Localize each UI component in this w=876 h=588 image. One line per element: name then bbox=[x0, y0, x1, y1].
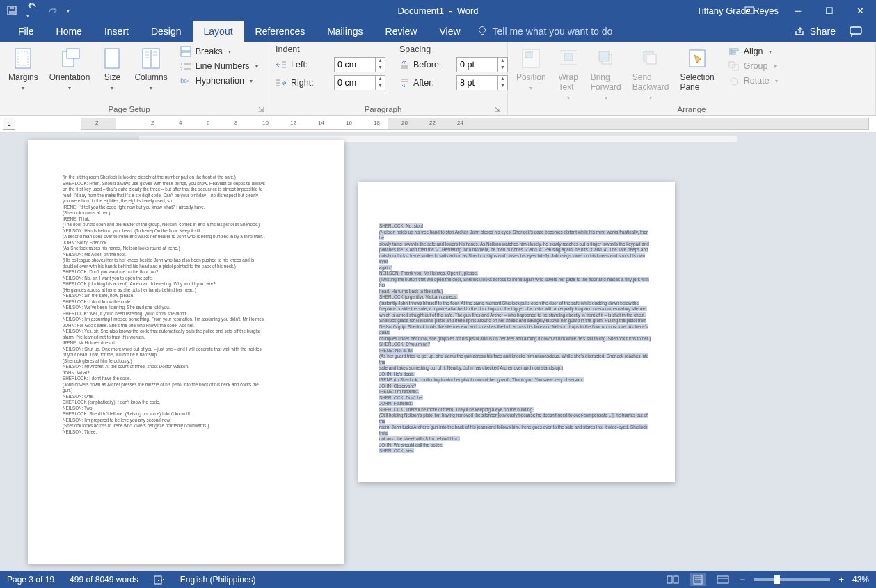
selection-pane-button[interactable]: Selection Pane bbox=[676, 45, 718, 95]
rotate-label: Rotate bbox=[744, 76, 770, 86]
svg-rect-35 bbox=[525, 52, 532, 58]
indent-left-input[interactable] bbox=[335, 58, 375, 72]
align-button[interactable]: Align▾ bbox=[726, 45, 781, 58]
spin-down[interactable]: ▼ bbox=[376, 83, 385, 90]
tell-me[interactable]: Tell me what you want to do bbox=[477, 21, 613, 42]
svg-rect-55 bbox=[717, 576, 728, 583]
hyphenation-button[interactable]: bca-Hyphenation▾ bbox=[177, 74, 261, 88]
svg-rect-50 bbox=[667, 576, 672, 583]
tab-design[interactable]: Design bbox=[140, 21, 193, 42]
print-layout-button[interactable] bbox=[690, 573, 706, 586]
breaks-button[interactable]: Breaks▾ bbox=[177, 45, 261, 58]
document-title: Document1 - Word bbox=[397, 6, 478, 16]
web-layout-button[interactable] bbox=[715, 573, 731, 586]
redo-icon[interactable] bbox=[47, 6, 57, 15]
wrap-text-button[interactable]: Wrap Text▾ bbox=[553, 45, 584, 104]
position-button[interactable]: Position▾ bbox=[512, 45, 550, 94]
page-2[interactable]: SHERLOCK: No, stop!(Neilson holds up his… bbox=[358, 182, 675, 482]
svg-rect-36 bbox=[564, 54, 573, 61]
size-button[interactable]: Size▾ bbox=[97, 45, 127, 94]
line-numbers-label: Line Numbers bbox=[196, 61, 250, 71]
spacing-before-spinner[interactable]: ▲▼ bbox=[456, 57, 508, 72]
tab-review[interactable]: Review bbox=[374, 21, 429, 42]
language-indicator[interactable]: English (Philippines) bbox=[180, 575, 256, 585]
tab-selector[interactable]: L bbox=[3, 118, 15, 130]
save-icon[interactable] bbox=[7, 6, 17, 15]
size-label: Size bbox=[104, 72, 120, 82]
hyphenation-icon: bca- bbox=[180, 75, 191, 86]
undo-icon[interactable]: ▾ bbox=[26, 1, 38, 19]
proofing-icon[interactable] bbox=[154, 575, 165, 585]
rotate-button[interactable]: Rotate▾ bbox=[726, 74, 781, 88]
spin-up[interactable]: ▲ bbox=[376, 58, 385, 65]
close-button[interactable]: ✕ bbox=[845, 0, 876, 21]
tab-references[interactable]: References bbox=[244, 21, 317, 42]
paragraph-label: Paragraph bbox=[276, 105, 491, 113]
spin-up[interactable]: ▲ bbox=[498, 76, 507, 83]
spacing-before-label: Before: bbox=[413, 60, 452, 70]
svg-rect-1 bbox=[9, 11, 15, 14]
group-button[interactable]: Group▾ bbox=[726, 59, 781, 73]
document-area[interactable]: (In the sitting room Sherlock is looking… bbox=[0, 133, 876, 571]
page-indicator[interactable]: Page 3 of 19 bbox=[7, 575, 54, 585]
svg-rect-45 bbox=[731, 49, 738, 51]
page-setup-launcher[interactable]: ⇲ bbox=[258, 106, 266, 113]
selection-pane-label: Selection Pane bbox=[680, 72, 714, 92]
selection-pane-icon bbox=[686, 47, 708, 70]
zoom-out-button[interactable]: − bbox=[740, 573, 746, 585]
horizontal-ruler[interactable]: 224681012141618202224 bbox=[81, 118, 869, 130]
share-button[interactable]: Share bbox=[795, 26, 836, 37]
zoom-level[interactable]: 43% bbox=[852, 575, 869, 585]
group-label: Group bbox=[744, 61, 768, 71]
qat-customize-icon[interactable]: ▾ bbox=[67, 8, 70, 14]
indent-left-spinner[interactable]: ▲▼ bbox=[334, 57, 385, 72]
spacing-after-row: After: ▲▼ bbox=[399, 74, 508, 92]
zoom-in-button[interactable]: + bbox=[838, 574, 844, 585]
group-icon bbox=[728, 61, 740, 72]
ribbon-display-options-icon[interactable] bbox=[744, 6, 754, 15]
line-numbers-button[interactable]: 12Line Numbers▾ bbox=[177, 59, 261, 73]
orientation-label: Orientation bbox=[49, 72, 90, 82]
spin-down[interactable]: ▼ bbox=[376, 65, 385, 72]
zoom-slider[interactable] bbox=[754, 578, 830, 581]
tab-file[interactable]: File bbox=[7, 21, 45, 42]
spacing-after-input[interactable] bbox=[457, 76, 497, 90]
send-backward-button[interactable]: Send Backward▾ bbox=[628, 45, 674, 104]
indent-right-input[interactable] bbox=[335, 76, 375, 90]
arrange-label: Arrange bbox=[678, 105, 706, 113]
svg-text:1: 1 bbox=[180, 62, 183, 66]
margins-button[interactable]: Margins▾ bbox=[4, 45, 42, 94]
svg-rect-40 bbox=[599, 51, 609, 61]
tab-view[interactable]: View bbox=[428, 21, 471, 42]
minimize-button[interactable]: ─ bbox=[782, 0, 813, 21]
maximize-button[interactable]: ☐ bbox=[813, 0, 845, 21]
svg-rect-19 bbox=[181, 52, 191, 56]
indent-right-row: Right: ▲▼ bbox=[276, 74, 385, 92]
svg-rect-42 bbox=[646, 54, 656, 64]
columns-button[interactable]: Columns▾ bbox=[130, 45, 171, 94]
spacing-before-input[interactable] bbox=[457, 58, 497, 72]
tab-home[interactable]: Home bbox=[45, 21, 93, 42]
spin-down[interactable]: ▼ bbox=[498, 65, 507, 72]
orientation-button[interactable]: Orientation▾ bbox=[45, 45, 95, 94]
spin-up[interactable]: ▲ bbox=[498, 58, 507, 65]
word-count[interactable]: 499 of 8049 words bbox=[70, 575, 138, 585]
tab-mailings[interactable]: Mailings bbox=[316, 21, 374, 42]
tab-insert[interactable]: Insert bbox=[93, 21, 140, 42]
bring-forward-button[interactable]: Bring Forward▾ bbox=[587, 45, 626, 104]
send-backward-label: Send Backward bbox=[632, 72, 669, 92]
margins-label: Margins bbox=[8, 72, 38, 82]
spacing-after-label: After: bbox=[413, 78, 452, 88]
spin-down[interactable]: ▼ bbox=[498, 83, 507, 90]
page-1[interactable]: (In the sitting room Sherlock is looking… bbox=[28, 140, 344, 564]
comments-icon[interactable] bbox=[850, 26, 862, 37]
svg-rect-9 bbox=[67, 49, 79, 58]
paragraph-launcher[interactable]: ⇲ bbox=[495, 106, 503, 113]
tab-layout[interactable]: Layout bbox=[193, 21, 244, 42]
ribbon-tabs: File Home Insert Design Layout Reference… bbox=[0, 21, 876, 42]
status-bar: Page 3 of 19 499 of 8049 words English (… bbox=[0, 571, 876, 588]
indent-right-spinner[interactable]: ▲▼ bbox=[334, 75, 385, 90]
spin-up[interactable]: ▲ bbox=[376, 76, 385, 83]
read-mode-button[interactable] bbox=[664, 573, 681, 586]
spacing-after-spinner[interactable]: ▲▼ bbox=[456, 75, 508, 90]
